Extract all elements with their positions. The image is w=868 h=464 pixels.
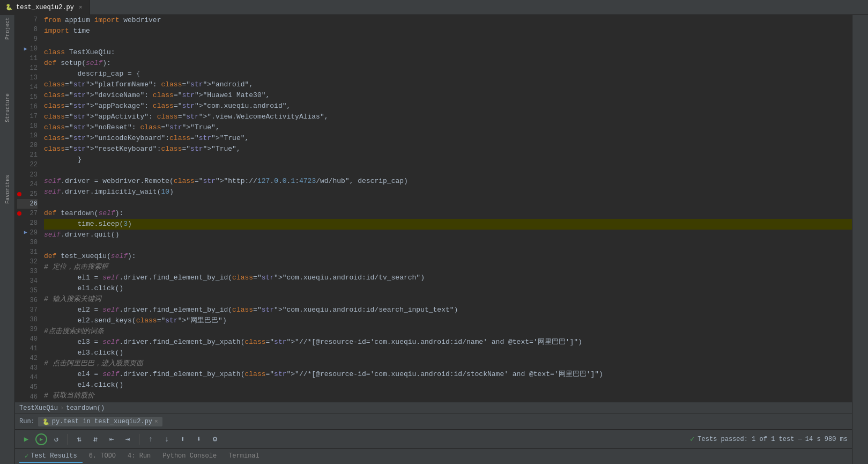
code-line-10: class TestXueQiu: bbox=[44, 47, 852, 58]
breakpoint-33[interactable] bbox=[17, 269, 21, 274]
breakpoint-18[interactable] bbox=[17, 124, 21, 128]
tab-test-results[interactable]: ✓ Test Results bbox=[19, 450, 83, 463]
breakpoint-46[interactable] bbox=[17, 395, 21, 399]
code-lines[interactable]: from appium import webdriverimport time … bbox=[42, 15, 852, 402]
code-line-28 bbox=[44, 240, 852, 251]
prev-fail-button[interactable]: ↑ bbox=[144, 432, 158, 446]
expand-all-button[interactable]: ⇥ bbox=[121, 432, 135, 446]
next-fail-button[interactable]: ↓ bbox=[160, 432, 174, 446]
breakpoint-13[interactable] bbox=[17, 76, 21, 80]
breakpoint-22[interactable] bbox=[17, 163, 21, 167]
line-number-16: 16 bbox=[17, 102, 38, 112]
breakpoint-24[interactable] bbox=[17, 182, 21, 187]
breakpoint-30[interactable] bbox=[17, 240, 21, 245]
breakpoint-12[interactable] bbox=[17, 66, 21, 70]
line-number-18: 18 bbox=[17, 121, 38, 131]
breakpoint-40[interactable] bbox=[17, 337, 21, 341]
code-line-39: # 点击阿里巴巴，进入股票页面 bbox=[44, 358, 852, 369]
breakpoint-10[interactable] bbox=[17, 47, 21, 51]
line-number-14: 14 bbox=[17, 83, 38, 92]
export-button[interactable]: ⬆ bbox=[176, 432, 190, 446]
line-number-21: 21 bbox=[17, 150, 38, 160]
breakpoint-45[interactable] bbox=[17, 385, 21, 389]
code-line-32: el1.click() bbox=[44, 283, 852, 294]
breadcrumb-method[interactable]: teardown() bbox=[66, 404, 105, 412]
breakpoint-9[interactable] bbox=[20, 37, 24, 41]
tab-todo[interactable]: 6. TODO bbox=[84, 450, 121, 463]
file-tab[interactable]: 🐍 test_xueqiu2.py × bbox=[0, 0, 90, 15]
code-line-9 bbox=[44, 36, 852, 47]
breakpoint-20[interactable] bbox=[17, 143, 21, 148]
breakpoint-42[interactable] bbox=[17, 356, 21, 360]
breakpoint-44[interactable] bbox=[17, 375, 21, 380]
code-line-35: el2.send_keys(class="str">"网里巴巴") bbox=[44, 315, 852, 326]
status-message: Tests passed: 1 of 1 test — bbox=[698, 436, 802, 443]
tab-close-button[interactable]: × bbox=[77, 4, 84, 11]
fold-icon-29[interactable]: ▶ bbox=[24, 229, 28, 237]
breakpoint-7[interactable] bbox=[20, 18, 24, 22]
breadcrumb-class[interactable]: TestXueQiu bbox=[19, 404, 58, 412]
favorites-icon[interactable]: Favorites bbox=[2, 175, 13, 212]
sort-asc-button[interactable]: ⇅ bbox=[72, 432, 86, 446]
breakpoint-41[interactable] bbox=[17, 347, 21, 351]
terminal-label: Terminal bbox=[228, 452, 259, 460]
breakpoint-14[interactable] bbox=[17, 85, 21, 90]
code-line-27: self.driver.quit() bbox=[44, 230, 852, 240]
settings-button[interactable]: ⚙ bbox=[208, 432, 222, 446]
line-number-31: 31 bbox=[17, 247, 38, 257]
breakpoint-38[interactable] bbox=[17, 318, 21, 322]
breakpoint-19[interactable] bbox=[17, 134, 21, 138]
code-line-36: #点击搜索到的词条 bbox=[44, 326, 852, 337]
breakpoint-37[interactable] bbox=[17, 308, 21, 312]
tab-bar: 🐍 test_xueqiu2.py × bbox=[0, 0, 868, 15]
run-tab-python-icon: 🐍 bbox=[42, 418, 50, 425]
line-number-34: 34 bbox=[17, 276, 38, 286]
fold-icon-10[interactable]: ▶ bbox=[24, 45, 28, 53]
code-line-29: def test_xueqiu(self): bbox=[44, 251, 852, 262]
breakpoint-43[interactable] bbox=[17, 366, 21, 370]
run-tab-name: py.test in test_xueqiu2.py bbox=[52, 418, 152, 425]
rerun-button[interactable]: ↺ bbox=[49, 432, 63, 446]
breakpoint-27[interactable] bbox=[17, 211, 21, 216]
breakpoint-35[interactable] bbox=[17, 289, 21, 293]
run-button[interactable]: ▶ bbox=[19, 432, 33, 446]
breakpoint-17[interactable] bbox=[17, 114, 21, 119]
code-container[interactable]: 789▶101112131415161718192021222324252627… bbox=[15, 15, 852, 402]
breakpoint-36[interactable] bbox=[17, 298, 21, 303]
collapse-all-button[interactable]: ⇤ bbox=[105, 432, 118, 446]
breakpoint-16[interactable] bbox=[17, 105, 21, 109]
breakpoint-31[interactable] bbox=[17, 250, 21, 254]
breakpoint-15[interactable] bbox=[17, 95, 21, 99]
test-results-check-icon: ✓ bbox=[25, 452, 28, 460]
tab-run[interactable]: 4: Run bbox=[122, 450, 156, 463]
python-console-label: Python Console bbox=[162, 452, 217, 460]
breakpoint-11[interactable] bbox=[17, 56, 21, 61]
import-button[interactable]: ⬇ bbox=[192, 432, 206, 446]
project-icon[interactable]: Project bbox=[2, 17, 13, 49]
breakpoint-32[interactable] bbox=[17, 260, 21, 264]
run-label-tab: 4: Run bbox=[128, 452, 151, 460]
breakpoint-29[interactable] bbox=[17, 231, 21, 235]
sort-desc-button[interactable]: ⇵ bbox=[88, 432, 102, 446]
run-with-coverage-button[interactable]: ▶ bbox=[35, 433, 47, 445]
toolbar-separator-1 bbox=[68, 434, 68, 445]
breakpoint-39[interactable] bbox=[17, 327, 21, 332]
breakpoint-34[interactable] bbox=[17, 279, 21, 283]
breakpoint-26[interactable] bbox=[17, 202, 21, 206]
breakpoint-25[interactable] bbox=[17, 192, 21, 196]
breakpoint-28[interactable] bbox=[17, 221, 21, 225]
line-numbers: 789▶101112131415161718192021222324252627… bbox=[15, 15, 42, 402]
run-tab-close[interactable]: × bbox=[154, 418, 158, 425]
code-line-30: # 定位，点击搜索框 bbox=[44, 262, 852, 272]
line-number-35: 35 bbox=[17, 286, 38, 296]
line-number-11: 11 bbox=[17, 54, 38, 63]
structure-icon[interactable]: Structure bbox=[2, 93, 13, 131]
run-tab[interactable]: 🐍 py.test in test_xueqiu2.py × bbox=[38, 417, 162, 426]
tab-python-console[interactable]: Python Console bbox=[157, 450, 222, 463]
breakpoint-23[interactable] bbox=[17, 173, 21, 177]
line-number-32: 32 bbox=[17, 257, 38, 267]
line-number-15: 15 bbox=[17, 92, 38, 102]
tab-terminal[interactable]: Terminal bbox=[223, 450, 265, 463]
breakpoint-8[interactable] bbox=[20, 27, 24, 32]
breakpoint-21[interactable] bbox=[17, 153, 21, 157]
